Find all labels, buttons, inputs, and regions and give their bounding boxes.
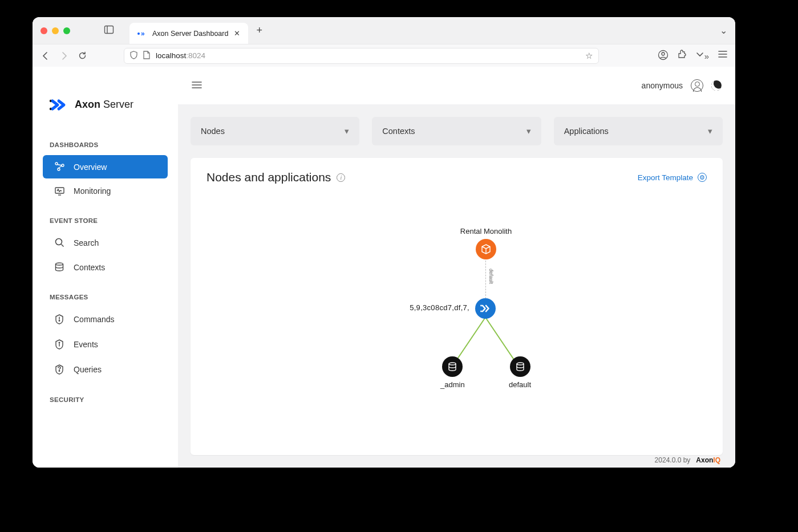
filter-label: Nodes (201, 127, 225, 136)
sidebar-item-contexts[interactable]: Contexts (43, 255, 168, 279)
sidebar-item-commands[interactable]: Commands (43, 307, 168, 331)
chevron-down-icon: ▾ (345, 127, 349, 136)
export-template-button[interactable]: Export Template (638, 173, 707, 182)
svg-point-9 (55, 163, 58, 165)
sidebar-item-label: Commands (74, 315, 115, 324)
sidebar-item-label: Queries (74, 365, 102, 374)
overflow-icon[interactable]: » (695, 50, 709, 62)
filter-label: Applications (564, 127, 609, 136)
app-topbar: anonymous (178, 67, 735, 104)
sidebar-item-monitoring[interactable]: Monitoring (43, 180, 168, 202)
svg-point-26 (517, 363, 524, 365)
product-name: Axon Server (75, 99, 133, 111)
user-icon[interactable] (691, 79, 703, 92)
window-controls (40, 27, 70, 34)
sidebar-item-events[interactable]: Events (43, 332, 168, 356)
new-tab-button[interactable]: + (256, 25, 262, 36)
reload-button[interactable] (77, 51, 87, 60)
graph-node-label: 5,9,3c08cd7,df,7, (410, 303, 469, 312)
sidebar-item-search[interactable]: Search (43, 231, 168, 254)
nav-heading-security: SECURITY (33, 396, 178, 409)
topology-graph[interactable]: default Rental Monolith 5,9,3c08 (206, 184, 707, 442)
svg-rect-0 (105, 26, 114, 34)
close-window-button[interactable] (40, 27, 47, 34)
extensions-icon[interactable] (677, 50, 686, 62)
browser-address-bar: localhost:8024 ☆ » (33, 44, 735, 67)
product-logo: Axon Server (33, 67, 178, 128)
svg-point-16 (56, 263, 63, 265)
sidebar-item-label: Overview (74, 163, 107, 172)
svg-point-19 (59, 371, 59, 371)
app-footer: 2024.0.0 by AxonIQ (655, 456, 720, 464)
browser-sidebar-icon[interactable] (104, 26, 114, 35)
svg-point-3 (662, 52, 665, 55)
svg-point-24 (480, 311, 482, 312)
nodes-panel: Nodes and applications i Export Template… (191, 158, 723, 455)
browser-menu-icon[interactable] (718, 50, 727, 62)
product-logo-icon (48, 99, 69, 111)
filter-bar: Nodes ▾ Contexts ▾ Applications ▾ (191, 117, 723, 145)
graph-node-application[interactable]: Rental Monolith (461, 227, 511, 259)
database-icon (442, 356, 463, 377)
commands-icon (54, 314, 64, 324)
maximize-window-button[interactable] (63, 27, 70, 34)
graph-node-server[interactable]: 5,9,3c08cd7,df,7, (475, 298, 496, 319)
database-icon (510, 356, 530, 377)
version-text: 2024.0.0 by (655, 456, 691, 464)
filter-nodes[interactable]: Nodes ▾ (191, 117, 359, 145)
sidebar-item-overview[interactable]: Overview (43, 155, 168, 178)
theme-toggle-button[interactable] (710, 79, 723, 92)
sidebar-item-label: Search (74, 238, 99, 247)
svg-point-14 (55, 239, 62, 245)
account-icon[interactable] (658, 50, 668, 62)
graph-node-label: _admin (440, 380, 465, 389)
graph-node-context-admin[interactable]: _admin (440, 356, 465, 389)
sidebar-toggle-button[interactable] (192, 80, 202, 92)
panel-title: Nodes and applications i (206, 170, 345, 184)
minimize-window-button[interactable] (52, 27, 59, 34)
svg-point-25 (449, 363, 456, 365)
info-icon[interactable]: i (337, 173, 345, 182)
bookmark-icon[interactable]: ☆ (585, 51, 593, 61)
svg-rect-12 (55, 188, 64, 193)
filter-contexts[interactable]: Contexts ▾ (372, 117, 541, 145)
graph-edge (485, 258, 486, 299)
svg-point-18 (59, 342, 59, 343)
sidebar-item-label: Events (74, 340, 98, 349)
sidebar-item-queries[interactable]: Queries (43, 358, 168, 381)
events-icon (54, 339, 64, 350)
sidebar-item-label: Contexts (74, 263, 105, 272)
browser-tab[interactable]: Axon Server Dashboard ✕ (129, 23, 248, 44)
svg-point-17 (59, 320, 59, 321)
page-icon (143, 51, 150, 61)
svg-point-23 (480, 305, 482, 307)
back-button[interactable] (40, 51, 51, 60)
filter-label: Contexts (382, 127, 415, 136)
nav-heading-event-store: EVENT STORE (33, 217, 178, 230)
cube-icon (476, 239, 496, 259)
tab-close-icon[interactable]: ✕ (234, 29, 240, 38)
forward-button[interactable] (59, 51, 69, 60)
search-icon (54, 238, 64, 247)
monitoring-icon (54, 187, 64, 196)
current-user: anonymous (642, 81, 683, 90)
browser-tab-bar: Axon Server Dashboard ✕ + ⌄ (33, 17, 735, 44)
database-icon (54, 262, 64, 272)
tabs-overflow-icon[interactable]: ⌄ (720, 25, 727, 36)
chevron-down-icon: ▾ (526, 127, 531, 136)
url-input[interactable]: localhost:8024 ☆ (124, 48, 599, 64)
tab-favicon-icon (137, 29, 147, 38)
nav-heading-dashboards: DASHBOARDS (33, 141, 178, 154)
url-host: localhost:8024 (156, 51, 205, 60)
nav-heading-messages: MESSAGES (33, 294, 178, 306)
svg-line-15 (61, 245, 63, 247)
graph-edge-label: default (488, 269, 494, 284)
graph-node-label: Rental Monolith (460, 227, 512, 235)
queries-icon (54, 364, 64, 375)
overview-icon (54, 162, 64, 172)
axon-logo-icon (475, 298, 496, 319)
gear-icon (698, 173, 707, 182)
chevron-down-icon: ▾ (708, 127, 712, 136)
graph-node-context-default[interactable]: default (509, 356, 531, 389)
filter-applications[interactable]: Applications ▾ (554, 117, 723, 145)
